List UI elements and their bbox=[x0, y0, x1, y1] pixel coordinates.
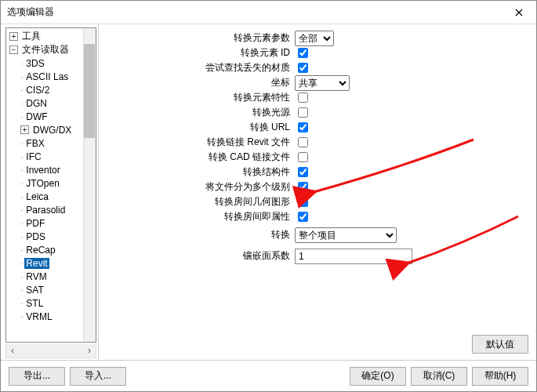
window-title: 选项编辑器 bbox=[7, 5, 501, 19]
label-element-params: 转换元素参数 bbox=[99, 31, 295, 45]
tree-label: FBX bbox=[24, 138, 45, 149]
input-faceting-factor[interactable] bbox=[295, 249, 412, 264]
cancel-button[interactable]: 取消(C) bbox=[411, 367, 467, 386]
body: + 工具 − 文件读取器 ·3DS ·ASCII Las ·CIS/2 ·DGN… bbox=[1, 24, 536, 360]
tree-node-inventor[interactable]: ·Inventor bbox=[6, 163, 96, 176]
options-tree[interactable]: + 工具 − 文件读取器 ·3DS ·ASCII Las ·CIS/2 ·DGN… bbox=[5, 27, 96, 343]
tree-label: DWG/DX bbox=[31, 125, 73, 136]
checkbox-room-attr[interactable] bbox=[298, 212, 308, 222]
tree-node-stl[interactable]: ·STL bbox=[6, 296, 96, 310]
label-find-missing-mat: 尝试查找丢失的材质 bbox=[99, 61, 295, 74]
tree-label: VRML bbox=[24, 311, 53, 322]
tree-label: Inventor bbox=[24, 165, 61, 176]
tree-label: SAT bbox=[24, 285, 45, 296]
help-button[interactable]: 帮助(H) bbox=[472, 367, 528, 386]
tree-label: IFC bbox=[24, 151, 42, 162]
checkbox-find-missing-mat[interactable] bbox=[298, 63, 308, 73]
tree-label: CIS/2 bbox=[24, 85, 51, 96]
expand-icon[interactable]: + bbox=[20, 125, 29, 134]
label-lights: 转换光源 bbox=[99, 106, 295, 119]
checkbox-element-id[interactable] bbox=[298, 48, 308, 58]
chevron-right-icon[interactable]: › bbox=[83, 344, 96, 357]
tree-node-dgn[interactable]: ·DGN bbox=[6, 96, 96, 110]
import-button[interactable]: 导入... bbox=[70, 367, 126, 386]
tree-label: Revit bbox=[24, 258, 49, 269]
tree-node-ascii-laser[interactable]: ·ASCII Las bbox=[6, 70, 96, 83]
collapse-icon[interactable]: − bbox=[9, 45, 18, 54]
export-button[interactable]: 导出... bbox=[9, 367, 65, 386]
defaults-button[interactable]: 默认值 bbox=[472, 335, 528, 354]
options-panel: 转换元素参数全部 转换元素 ID 尝试查找丢失的材质 坐标共享 转换元素特性 转… bbox=[99, 24, 536, 360]
sidebar: + 工具 − 文件读取器 ·3DS ·ASCII Las ·CIS/2 ·DGN… bbox=[1, 24, 99, 360]
tree-node-dwg[interactable]: +DWG/DX bbox=[6, 123, 96, 136]
label-coords: 坐标 bbox=[99, 76, 295, 89]
tree-label: PDF bbox=[24, 218, 46, 229]
tree-node-3ds[interactable]: ·3DS bbox=[6, 56, 96, 70]
label-convert: 转换 bbox=[99, 228, 295, 241]
tree-node-vrml[interactable]: ·VRML bbox=[6, 310, 96, 323]
tree-label: RVM bbox=[24, 271, 48, 282]
tree-label: Parasolid bbox=[24, 205, 67, 216]
chevron-left-icon[interactable]: ‹ bbox=[6, 344, 19, 357]
label-split-levels: 将文件分为多个级别 bbox=[99, 180, 295, 194]
label-linked-revit: 转换链接 Revit 文件 bbox=[99, 136, 295, 149]
label-element-id: 转换元素 ID bbox=[99, 46, 295, 60]
checkbox-linked-revit[interactable] bbox=[298, 137, 308, 147]
label-linked-cad: 转换 CAD 链接文件 bbox=[99, 151, 295, 164]
options-editor-window: 选项编辑器 + 工具 − 文件读取器 ·3DS ·ASCII Las bbox=[0, 0, 537, 392]
tree-label: ASCII Las bbox=[24, 71, 70, 82]
tree-node-ifc[interactable]: ·IFC bbox=[6, 150, 96, 163]
close-icon bbox=[515, 9, 523, 16]
tree-node-parasolid[interactable]: ·Parasolid bbox=[6, 203, 96, 216]
checkbox-element-props[interactable] bbox=[298, 93, 308, 103]
tree-node-jtopen[interactable]: ·JTOpen bbox=[6, 176, 96, 190]
select-coords[interactable]: 共享 bbox=[295, 75, 350, 91]
label-room-geom: 转换房间几何图形 bbox=[99, 195, 295, 209]
checkbox-linked-cad[interactable] bbox=[298, 152, 308, 162]
expand-icon[interactable]: + bbox=[9, 32, 18, 41]
tree-node-tools[interactable]: + 工具 bbox=[6, 30, 96, 43]
checkbox-structural[interactable] bbox=[298, 167, 308, 177]
tree-label: Leica bbox=[24, 191, 50, 202]
tree-node-pds[interactable]: ·PDS bbox=[6, 230, 96, 243]
label-faceting: 镶嵌面系数 bbox=[99, 249, 295, 263]
tree-node-dwf[interactable]: ·DWF bbox=[6, 110, 96, 123]
tree-node-file-readers[interactable]: − 文件读取器 bbox=[6, 43, 96, 56]
tree-label: 文件读取器 bbox=[20, 43, 71, 56]
tree-vertical-scrollbar[interactable] bbox=[83, 28, 96, 342]
tree-label: 3DS bbox=[24, 58, 45, 69]
select-convert-scope[interactable]: 整个项目 bbox=[295, 227, 397, 243]
tree-node-revit[interactable]: ·Revit bbox=[6, 256, 96, 270]
label-element-props: 转换元素特性 bbox=[99, 91, 295, 104]
select-element-params[interactable]: 全部 bbox=[295, 31, 334, 46]
dialog-footer: 导出... 导入... 确定(O) 取消(C) 帮助(H) bbox=[1, 360, 536, 391]
close-button[interactable] bbox=[501, 1, 536, 24]
checkbox-split-levels[interactable] bbox=[298, 182, 308, 192]
tree-node-recap[interactable]: ·ReCap bbox=[6, 243, 96, 256]
tree-node-fbx[interactable]: ·FBX bbox=[6, 136, 96, 150]
checkbox-room-geom[interactable] bbox=[298, 197, 308, 207]
tree-node-rvm[interactable]: ·RVM bbox=[6, 270, 96, 283]
tree-node-pdf[interactable]: ·PDF bbox=[6, 216, 96, 230]
tree-label: DGN bbox=[24, 98, 49, 109]
tree-node-sat[interactable]: ·SAT bbox=[6, 283, 96, 296]
tree-label: ReCap bbox=[24, 245, 56, 256]
tree-label: PDS bbox=[24, 231, 47, 242]
tree-label: JTOpen bbox=[24, 178, 60, 189]
label-room-attr: 转换房间即属性 bbox=[99, 210, 295, 223]
titlebar: 选项编辑器 bbox=[1, 1, 536, 24]
tree-node-leica[interactable]: ·Leica bbox=[6, 190, 96, 203]
checkbox-url[interactable] bbox=[298, 122, 308, 132]
ok-button[interactable]: 确定(O) bbox=[350, 367, 406, 386]
tree-node-cis2[interactable]: ·CIS/2 bbox=[6, 83, 96, 96]
tree-label: 工具 bbox=[20, 30, 42, 43]
tree-label: STL bbox=[24, 298, 45, 309]
label-structural: 转换结构件 bbox=[99, 165, 295, 179]
tree-horizontal-scrollbar[interactable]: ‹ › bbox=[5, 344, 96, 358]
tree-label: DWF bbox=[24, 111, 49, 122]
checkbox-lights[interactable] bbox=[298, 107, 308, 118]
scrollbar-thumb[interactable] bbox=[84, 44, 95, 138]
label-url: 转换 URL bbox=[99, 121, 295, 134]
